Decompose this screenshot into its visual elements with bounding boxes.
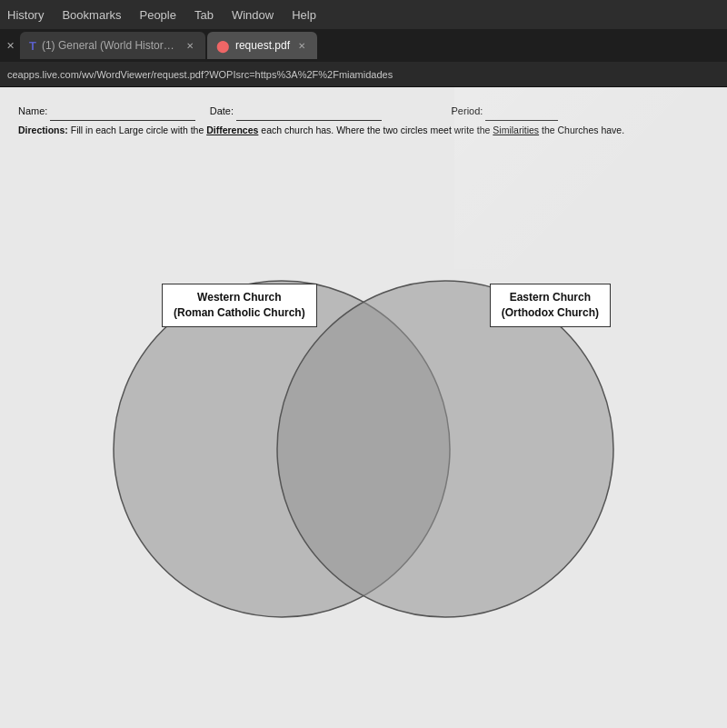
menu-tab[interactable]: Tab bbox=[194, 8, 214, 22]
venn-diagram: Western Church (Roman Catholic Church) E… bbox=[18, 161, 709, 719]
menu-history[interactable]: History bbox=[7, 8, 44, 22]
directions-line: Directions: Fill in each Large circle wi… bbox=[18, 123, 709, 138]
svg-point-1 bbox=[277, 281, 613, 617]
tab-pdf-label: request.pdf bbox=[235, 39, 290, 52]
western-church-label: Western Church (Roman Catholic Church) bbox=[162, 284, 317, 327]
teams-icon: T bbox=[29, 39, 36, 53]
tab-pdf[interactable]: ⬤ request.pdf ✕ bbox=[207, 32, 317, 59]
content-area: Name: Date: Period: Dir bbox=[0, 87, 727, 728]
form-header: Name: Date: Period: Dir bbox=[18, 104, 709, 137]
period-field[interactable] bbox=[485, 104, 558, 121]
western-church-subtitle: (Roman Catholic Church) bbox=[174, 305, 305, 321]
eastern-church-title: Eastern Church bbox=[502, 290, 599, 305]
name-label: Name: Date: Period: bbox=[18, 104, 558, 121]
date-field[interactable] bbox=[236, 104, 382, 121]
name-field[interactable] bbox=[50, 104, 195, 121]
menu-people[interactable]: People bbox=[139, 8, 175, 22]
eastern-church-label: Eastern Church (Orthodox Church) bbox=[490, 284, 611, 327]
tab1-close-left[interactable]: ✕ bbox=[4, 39, 16, 52]
tab-teams-close[interactable]: ✕ bbox=[184, 39, 196, 52]
menu-help[interactable]: Help bbox=[292, 8, 316, 22]
tab-pdf-close[interactable]: ✕ bbox=[295, 39, 308, 52]
pdf-icon: ⬤ bbox=[216, 39, 230, 53]
menu-window[interactable]: Window bbox=[232, 8, 274, 22]
menu-bookmarks[interactable]: Bookmarks bbox=[62, 8, 121, 22]
tab-teams-label: (1) General (World History Per bbox=[42, 39, 178, 52]
menu-bar: History Bookmarks People Tab Window Help bbox=[0, 0, 727, 29]
eastern-church-subtitle: (Orthodox Church) bbox=[502, 305, 599, 321]
tab-bar: ✕ T (1) General (World History Per ✕ ⬤ r… bbox=[0, 29, 727, 62]
address-bar[interactable]: ceapps.live.com/wv/WordViewer/request.pd… bbox=[0, 62, 727, 87]
western-church-title: Western Church bbox=[174, 290, 305, 305]
url-text: ceapps.live.com/wv/WordViewer/request.pd… bbox=[7, 69, 393, 80]
tab-teams[interactable]: T (1) General (World History Per ✕ bbox=[20, 32, 205, 59]
